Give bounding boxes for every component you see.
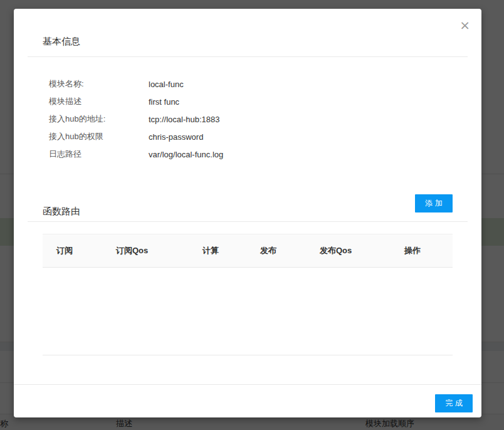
routes-table: 订阅 订阅Qos 计算 发布 发布Qos 操作	[43, 234, 453, 355]
form-row-module-name: 模块名称: local-func	[49, 75, 450, 93]
field-value: tcp://local-hub:1883	[149, 115, 219, 124]
routes-table-header: 订阅 订阅Qos 计算 发布 发布Qos 操作	[43, 234, 453, 268]
divider	[28, 221, 468, 222]
function-routes-title: 函数路由	[43, 206, 80, 218]
divider	[28, 56, 468, 57]
done-button[interactable]: 完 成	[435, 394, 473, 412]
field-value: local-func	[149, 80, 184, 89]
column-header-subscribe-qos: 订阅Qos	[102, 245, 189, 256]
column-header-publish-qos: 发布Qos	[306, 245, 391, 256]
field-value: chris-password	[149, 132, 203, 142]
column-header-compute: 计算	[189, 245, 246, 256]
screen: 称 描述 模块加载顺序 × 基本信息 模块名称: local-func 模块描述…	[0, 0, 504, 430]
field-label: 模块描述	[49, 96, 149, 107]
field-label: 接入hub的地址:	[49, 113, 149, 125]
form-row-module-desc: 模块描述 first func	[49, 93, 450, 110]
routes-table-empty-body	[43, 268, 453, 355]
field-label: 接入hub的权限	[49, 131, 149, 142]
add-button[interactable]: 添 加	[415, 194, 453, 212]
field-value: first func	[149, 97, 179, 107]
column-header-actions: 操作	[391, 245, 453, 256]
basic-info-form: 模块名称: local-func 模块描述 first func 接入hub的地…	[49, 75, 450, 163]
form-row-hub-credential: 接入hub的权限 chris-password	[49, 128, 450, 145]
form-row-hub-address: 接入hub的地址: tcp://local-hub:1883	[49, 110, 450, 128]
field-label: 模块名称:	[49, 78, 149, 90]
column-header-publish: 发布	[246, 245, 306, 256]
field-value: var/log/local-func.log	[149, 150, 223, 159]
basic-info-title: 基本信息	[43, 36, 80, 48]
close-icon[interactable]: ×	[459, 19, 470, 31]
module-detail-modal: × 基本信息 模块名称: local-func 模块描述 first func …	[14, 9, 481, 417]
footer-divider	[14, 384, 481, 385]
form-row-log-path: 日志路径 var/log/local-func.log	[49, 145, 450, 163]
field-label: 日志路径	[49, 149, 149, 160]
column-header-subscribe: 订阅	[43, 245, 102, 256]
